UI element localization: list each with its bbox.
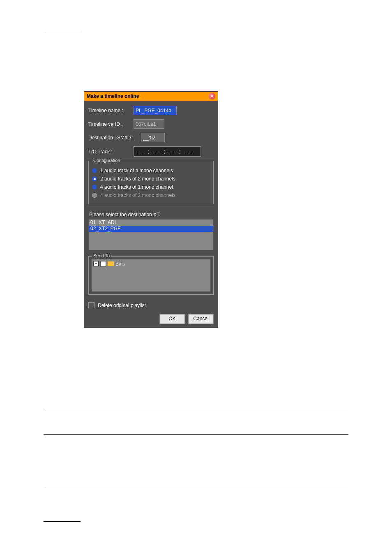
- timeline-name-label: Timeline name :: [88, 108, 134, 113]
- destination-item-0[interactable]: 01_XT_ADL: [89, 220, 213, 226]
- make-timeline-online-dialog: Make a timeline online × Timeline name :…: [84, 91, 218, 328]
- config-option-label: 2 audio tracks of 2 mono channels: [100, 176, 175, 182]
- destination-lsmid-input[interactable]: [141, 133, 165, 142]
- destination-item-1[interactable]: 02_XT2_PGE: [89, 226, 213, 232]
- page-rule-2: [44, 434, 348, 435]
- tc-track-label: T/C Track :: [88, 149, 134, 155]
- config-option-2[interactable]: 4 audio tracks of 1 mono channel: [92, 184, 210, 190]
- page-rule-3: [44, 489, 348, 489]
- field-destination-lsmid: Destination LSM/ID :: [88, 133, 214, 142]
- dialog-title: Make a timeline online: [87, 92, 139, 101]
- ok-button[interactable]: OK: [159, 314, 185, 324]
- field-timeline-varid: Timeline varID :: [88, 119, 214, 129]
- tc-track-input[interactable]: [134, 146, 201, 157]
- tree-root-label: Bins: [115, 261, 125, 267]
- radio-icon: [92, 193, 97, 198]
- config-option-3: 4 audio tracks of 2 mono channels: [92, 192, 210, 198]
- folder-icon: [108, 261, 114, 266]
- tree-checkbox[interactable]: [100, 261, 106, 267]
- dialog-titlebar: Make a timeline online ×: [84, 92, 218, 101]
- tree-expand-icon[interactable]: +: [93, 261, 99, 266]
- config-option-1[interactable]: 2 audio tracks of 2 mono channels: [92, 176, 210, 182]
- page-rule-bottom: [44, 521, 81, 522]
- page-rule-1: [44, 408, 348, 408]
- delete-original-checkbox[interactable]: [88, 302, 95, 308]
- config-option-label: 4 audio tracks of 1 mono channel: [100, 184, 173, 190]
- destination-list[interactable]: 01_XT_ADL 02_XT2_PGE: [88, 219, 214, 250]
- dialog-body: Timeline name : Timeline varID : Destina…: [84, 101, 218, 327]
- timeline-name-input[interactable]: [134, 106, 177, 115]
- timeline-varid-input[interactable]: [134, 119, 164, 129]
- field-timeline-name: Timeline name :: [88, 106, 214, 115]
- cancel-button[interactable]: Cancel: [188, 314, 214, 324]
- delete-original-row[interactable]: Delete original playlist: [88, 302, 214, 308]
- destination-lsmid-label: Destination LSM/ID :: [88, 135, 141, 141]
- configuration-group: Configuration 1 audio track of 4 mono ch…: [88, 161, 214, 204]
- dialog-button-row: OK Cancel: [88, 314, 214, 324]
- send-to-group: Send To + Bins: [88, 256, 214, 295]
- field-tc-track: T/C Track :: [88, 146, 214, 157]
- send-to-tree[interactable]: + Bins: [91, 259, 211, 292]
- radio-icon: [92, 185, 97, 190]
- config-option-label: 1 audio track of 4 mono channels: [100, 168, 173, 173]
- timeline-varid-label: Timeline varID :: [88, 121, 134, 127]
- configuration-legend: Configuration: [92, 158, 121, 163]
- config-option-label: 4 audio tracks of 2 mono channels: [100, 192, 175, 198]
- send-to-legend: Send To: [92, 253, 111, 258]
- page-rule-top: [44, 31, 81, 31]
- config-option-0[interactable]: 1 audio track of 4 mono channels: [92, 168, 210, 173]
- delete-original-label: Delete original playlist: [98, 303, 146, 308]
- destination-instruction: Please select the destination XT.: [89, 212, 214, 217]
- radio-icon: [92, 176, 97, 181]
- radio-icon: [92, 168, 97, 173]
- close-icon[interactable]: ×: [209, 93, 215, 99]
